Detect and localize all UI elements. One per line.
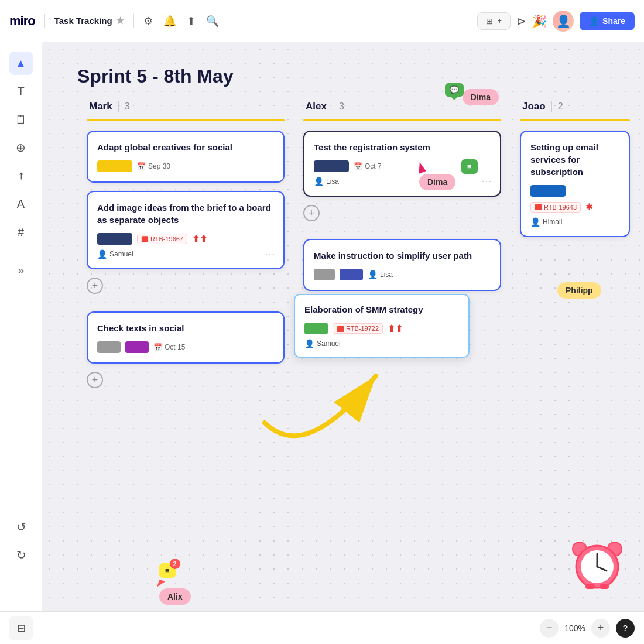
topbar-right: ⊞ + ⊳ 🎉 👤 👤 Share <box>477 11 635 32</box>
sidebar-divider <box>12 251 30 251</box>
color-tag-dark <box>97 233 132 245</box>
card-smm-title: Elaboration of SMM strategy <box>304 303 459 316</box>
cursor-tool-icon: ▲ <box>15 57 27 70</box>
alix-area: ≡ 2 Alix <box>159 563 191 602</box>
card-setting-email[interactable]: Setting up email services for subscripti… <box>520 131 630 237</box>
user-icon-himali: 👤 <box>530 217 540 227</box>
topbar-divider2 <box>133 14 134 28</box>
widget-icon-plus: + <box>498 17 502 25</box>
user-icon-samuel2: 👤 <box>304 339 314 348</box>
sidebar-bottom: ↺ ↻ <box>0 506 42 576</box>
column-divider-joao <box>551 101 552 112</box>
assign-dots2: ⋯ <box>481 174 492 187</box>
card-elaboration-smm[interactable]: Elaboration of SMM strategy 🟥 RTB-19722 … <box>294 294 470 358</box>
sticky-tool-icon: 🗒 <box>15 113 27 126</box>
help-button[interactable]: ? <box>616 619 635 638</box>
chat-bubble-alex[interactable]: 💬 <box>445 83 464 97</box>
alarm-clock-svg <box>568 533 626 591</box>
column-count-alex: 3 <box>339 101 344 112</box>
priority-smm: ⬆⬆ <box>388 323 403 334</box>
user-icon-samuel: 👤 <box>97 249 107 259</box>
card-check-texts[interactable]: Check texts in social 📅 Oct 15 <box>87 311 285 364</box>
alix-chat-icon: ≡ <box>165 566 170 575</box>
alix-badge: 2 <box>170 559 180 569</box>
party-icon[interactable]: 🎉 <box>532 14 547 28</box>
zoom-level-display: 100% <box>564 624 585 633</box>
share-upload-icon[interactable]: ⬆ <box>187 15 196 28</box>
widget-selector[interactable]: ⊞ + <box>477 12 511 30</box>
panel-toggle-icon: ⊟ <box>17 622 26 635</box>
column-name-mark: Mark <box>89 101 112 112</box>
rtb-icon3: 🟥 <box>337 326 344 332</box>
svg-rect-7 <box>585 584 595 589</box>
priority-icon-add-image: ⬆⬆ <box>192 234 207 245</box>
alix-cursor-icon <box>157 580 165 590</box>
share-user-icon: 👤 <box>589 16 599 26</box>
rtb-icon2: 🟥 <box>535 204 542 210</box>
card-add-image[interactable]: Add image ideas from the brief to a boar… <box>87 191 285 269</box>
tool-connect[interactable]: ⊕ <box>9 136 33 159</box>
chat-lines-icon: ≡ <box>467 162 472 171</box>
color-tag-blue <box>340 269 363 280</box>
tool-undo[interactable]: ↺ <box>9 515 33 539</box>
widget-icon: ⊞ <box>486 16 493 26</box>
topbar-divider <box>44 14 45 28</box>
column-header-joao: Joao 2 <box>520 101 630 112</box>
card-adapt-global-date: 📅 Sep 30 <box>137 162 170 170</box>
connect-tool-icon: ⊕ <box>16 141 26 155</box>
tool-arrow[interactable]: ↗ <box>9 164 33 187</box>
tool-more[interactable]: » <box>9 258 33 282</box>
alarm-clock <box>568 533 626 594</box>
search-icon[interactable]: 🔍 <box>206 15 219 28</box>
card-adapt-global-title: Adapt global creatives for social <box>97 141 274 153</box>
add-card-mark-2[interactable]: + <box>87 372 103 388</box>
card-make-instruction-meta: 👤 Lisa <box>314 269 491 280</box>
calendar-icon: 📅 <box>137 162 146 170</box>
column-underline-mark <box>87 119 285 121</box>
add-card-alex-1[interactable]: + <box>303 205 320 221</box>
card-check-texts-date: 📅 Oct 15 <box>153 343 185 351</box>
card-adapt-global[interactable]: Adapt global creatives for social 📅 Sep … <box>87 131 285 183</box>
panel-toggle[interactable]: ⊟ <box>9 616 33 640</box>
column-header-mark: Mark 3 <box>87 101 285 112</box>
rtb-icon: 🟥 <box>141 236 148 242</box>
share-button[interactable]: 👤 Share <box>580 12 635 30</box>
redo-icon: ↻ <box>16 548 26 562</box>
green-chat-bubble[interactable]: ≡ <box>461 159 478 174</box>
cursor-mode-icon[interactable]: ⊳ <box>516 14 526 28</box>
card-smm-meta: 🟥 RTB-19722 ⬆⬆ <box>304 323 459 334</box>
column-name-joao: Joao <box>522 101 546 112</box>
tool-redo[interactable]: ↻ <box>9 543 33 567</box>
zoom-out-button[interactable]: − <box>540 619 559 638</box>
board-title[interactable]: Task Tracking ★ <box>54 15 124 26</box>
calendar-icon2: 📅 <box>153 343 162 351</box>
column-divider-mark <box>118 101 119 112</box>
rtb-tag-add-image: 🟥 RTB-19667 <box>137 234 187 244</box>
notifications-icon[interactable]: 🔔 <box>163 15 176 28</box>
color-tag-grey <box>97 341 121 353</box>
arrow-tool-icon: ↗ <box>14 169 28 183</box>
user-avatar[interactable]: 👤 <box>553 11 574 32</box>
topbar: miro Task Tracking ★ ⚙ 🔔 ⬆ 🔍 ⊞ + ⊳ 🎉 👤 👤… <box>0 0 644 42</box>
column-underline-alex <box>303 119 501 121</box>
card-make-instruction[interactable]: Make instruction to simplify user path 👤… <box>303 239 501 291</box>
tool-sticky[interactable]: 🗒 <box>9 108 33 131</box>
tool-frame[interactable]: # <box>9 220 33 244</box>
color-tag-darkblue <box>530 185 566 197</box>
tool-text[interactable]: T <box>9 80 33 103</box>
zoom-in-button[interactable]: + <box>591 619 610 638</box>
card-adapt-global-meta: 📅 Sep 30 <box>97 160 274 172</box>
user-chip-test-reg: 👤 Lisa <box>314 177 491 186</box>
tool-text2[interactable]: A <box>9 192 33 215</box>
canvas: Sprint 5 - 8th May Mark 3 Adapt global c… <box>42 42 644 611</box>
assign-dots: ⋯ <box>265 247 275 260</box>
column-joao: Joao 2 Setting up email services for sub… <box>511 101 639 540</box>
settings-icon[interactable]: ⚙ <box>143 15 153 28</box>
tool-cursor[interactable]: ▲ <box>9 52 33 75</box>
column-name-alex: Alex <box>306 101 327 112</box>
add-card-mark-1[interactable]: + <box>87 278 103 294</box>
user-chip-add-image: 👤 Samuel <box>97 249 274 259</box>
more-tools-icon: » <box>18 263 24 277</box>
star-icon[interactable]: ★ <box>116 15 124 26</box>
color-tag-green <box>304 323 328 334</box>
